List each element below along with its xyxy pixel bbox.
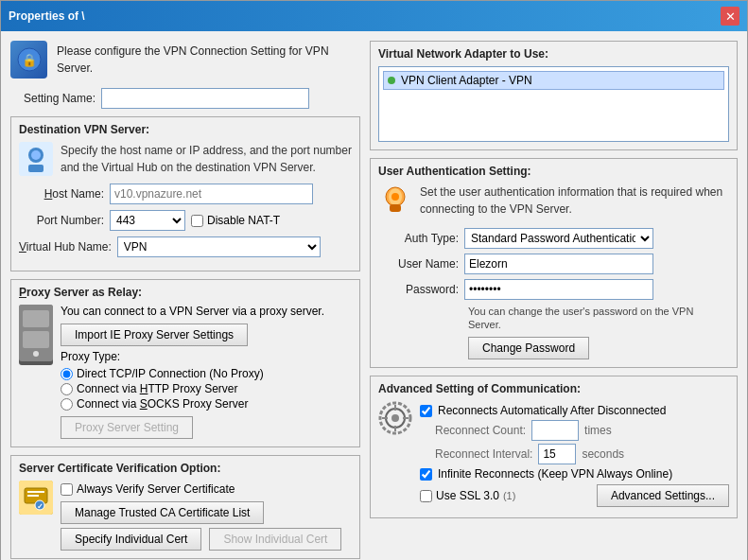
auth-section: User Authentication Setting: Set the use… — [370, 158, 738, 368]
svg-rect-24 — [394, 426, 396, 431]
svg-rect-13 — [27, 495, 39, 497]
password-input[interactable] — [464, 279, 653, 300]
adapter-item[interactable]: VPN Client Adapter - VPN — [383, 71, 724, 90]
comm-section: Advanced Setting of Communication: — [370, 376, 738, 518]
proxy-direct-radio[interactable] — [61, 368, 73, 380]
show-individual-cert-button[interactable]: Show Individual Cert — [209, 528, 341, 551]
svg-rect-26 — [403, 417, 409, 419]
adapter-section: Virtual Network Adapter to Use: VPN Clie… — [370, 41, 738, 150]
specify-individual-cert-button[interactable]: Specify Individual Cert — [61, 528, 201, 551]
cert-section: Server Certificate Verification Option: … — [10, 455, 360, 559]
close-button[interactable]: ✕ — [721, 7, 739, 26]
svg-point-4 — [31, 150, 41, 160]
auth-type-label: Auth Type: — [378, 232, 459, 245]
proxy-socks-label: Connect via SOCKS Proxy Server — [77, 397, 248, 411]
auth-description: Set the user authentication information … — [420, 184, 729, 218]
proxy-section-title: Proxy Server as Relay: — [19, 286, 352, 299]
ssl-label: Use SSL 3.0 — [436, 489, 499, 502]
proxy-direct-label: Direct TCP/IP Connection (No Proxy) — [77, 367, 264, 380]
reconnect-interval-label: Reconnect Interval: — [435, 447, 532, 461]
proxy-description: You can connect to a VPN Server via a pr… — [61, 305, 352, 318]
always-verify-cert-label: Always Verify Server Certificate — [77, 482, 235, 496]
proxy-http-radio[interactable] — [61, 383, 73, 395]
always-verify-cert-checkbox[interactable] — [61, 483, 73, 496]
proxy-section: Proxy Server as Relay: You can connect t… — [10, 279, 360, 447]
port-number-select[interactable]: 443 1194 992 — [110, 210, 185, 231]
reconnect-count-input[interactable] — [531, 420, 579, 441]
svg-rect-5 — [28, 165, 43, 172]
reconnect-count-label: Reconnect Count: — [435, 424, 526, 437]
svg-rect-18 — [390, 204, 401, 212]
host-name-input[interactable] — [110, 184, 313, 204]
reconnect-count-unit: times — [584, 424, 612, 437]
adapter-name: VPN Client Adapter - VPN — [401, 74, 532, 87]
reconnect-auto-checkbox[interactable] — [420, 405, 432, 417]
proxy-icon — [19, 305, 53, 365]
cert-section-title: Server Certificate Verification Option: — [19, 462, 352, 475]
header-section: 🔒 Please configure the VPN Connection Se… — [10, 41, 360, 79]
proxy-server-setting-button[interactable]: Proxy Server Setting — [61, 416, 193, 439]
svg-point-9 — [33, 351, 39, 357]
reconnect-interval-unit: seconds — [582, 447, 624, 461]
ssl-note: (1) — [503, 490, 515, 501]
infinite-reconnect-checkbox[interactable] — [420, 468, 432, 481]
manage-ca-cert-button[interactable]: Manage Trusted CA Certificate List — [61, 501, 264, 524]
destination-icon — [19, 142, 53, 176]
proxy-type-label: Proxy Type: — [61, 350, 120, 363]
svg-rect-23 — [394, 405, 396, 411]
comm-section-title: Advanced Setting of Communication: — [378, 382, 729, 395]
destination-server-section: Destination VPN Server: Specify the host… — [10, 116, 360, 271]
svg-rect-25 — [382, 417, 388, 419]
vpn-icon: 🔒 — [10, 41, 47, 79]
proxy-http-label: Connect via HTTP Proxy Server — [77, 382, 238, 395]
host-name-label: Host Name: — [19, 187, 104, 201]
title-bar: Properties of \ ✕ — [1, 1, 747, 31]
proxy-socks-radio[interactable] — [61, 398, 73, 411]
svg-rect-8 — [23, 331, 49, 348]
port-number-label: Port Number: — [19, 214, 104, 227]
auth-icon — [378, 184, 412, 220]
svg-text:✓: ✓ — [37, 502, 43, 511]
virtual-hub-select[interactable]: VPN — [117, 236, 321, 257]
advanced-settings-button[interactable]: Advanced Settings... — [597, 484, 729, 507]
ssl-checkbox[interactable] — [420, 490, 432, 502]
change-password-note: You can change the user's password on th… — [468, 306, 693, 330]
infinite-reconnect-label: Infinite Reconnects (Keep VPN Always Onl… — [438, 467, 672, 481]
adapter-status-dot — [388, 77, 395, 84]
disable-nat-label: Disable NAT-T — [207, 214, 280, 227]
reconnect-interval-input[interactable] — [538, 444, 576, 464]
destination-description: Specify the host name or IP address, and… — [61, 142, 352, 176]
svg-point-22 — [391, 414, 399, 422]
setting-name-label: Setting Name: — [10, 92, 96, 105]
cert-icon: ✓ — [19, 481, 53, 515]
comm-icon — [378, 401, 412, 435]
svg-text:🔒: 🔒 — [22, 52, 38, 68]
svg-rect-7 — [23, 310, 49, 327]
svg-rect-12 — [27, 491, 44, 493]
auth-type-select[interactable]: Standard Password Authentication Anonymo… — [464, 228, 653, 249]
change-password-button[interactable]: Change Password — [468, 337, 589, 359]
auth-section-title: User Authentication Setting: — [378, 165, 729, 178]
disable-nat-checkbox[interactable] — [191, 215, 203, 227]
destination-section-title: Destination VPN Server: — [19, 123, 352, 136]
header-text: Please configure the VPN Connection Sett… — [57, 43, 360, 77]
reconnect-auto-label: Reconnects Automatically After Disconnec… — [438, 404, 666, 417]
user-name-label: User Name: — [378, 257, 459, 271]
adapter-section-title: Virtual Network Adapter to Use: — [378, 47, 729, 61]
user-name-input[interactable] — [464, 254, 653, 274]
password-label: Password: — [378, 283, 459, 296]
adapter-list: VPN Client Adapter - VPN — [378, 66, 729, 142]
svg-point-19 — [391, 193, 399, 201]
virtual-hub-label: Virtual Hub Name: — [19, 240, 112, 254]
dialog-window: Properties of \ ✕ 🔒 Please configure the… — [0, 0, 748, 560]
import-ie-proxy-button[interactable]: Import IE Proxy Server Settings — [61, 324, 248, 346]
setting-name-input[interactable] — [101, 88, 309, 109]
dialog-title: Properties of \ — [9, 9, 85, 23]
